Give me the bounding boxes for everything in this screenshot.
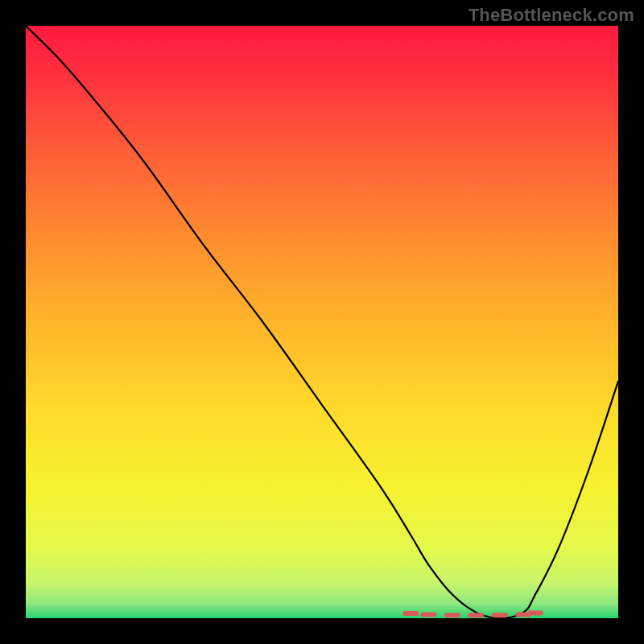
chart-svg — [26, 26, 618, 618]
plot-area — [26, 26, 618, 618]
watermark-text: TheBottleneck.com — [469, 5, 634, 26]
flat-region-markers — [405, 613, 541, 615]
gradient-background — [26, 26, 618, 618]
chart-frame: TheBottleneck.com — [0, 0, 644, 644]
